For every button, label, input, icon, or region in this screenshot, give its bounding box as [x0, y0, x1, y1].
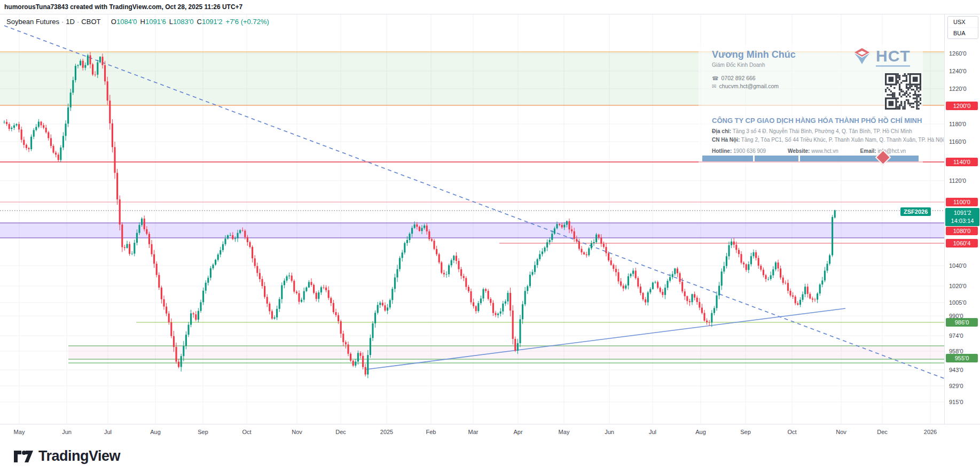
price-level-badge: 1100'0 — [946, 198, 978, 206]
time-axis-label: Mar — [468, 429, 479, 435]
company-name: CÔNG TY CP GIAO DỊCH HÀNG HÓA THÀNH PHỐ … — [712, 117, 922, 125]
price-tick: 1220'0 — [949, 86, 967, 92]
tradingview-logo[interactable]: TradingView — [14, 448, 120, 465]
price-tick: 1120'0 — [949, 177, 966, 184]
time-axis-label: Jun — [605, 429, 614, 435]
legend-separator: · — [59, 18, 66, 26]
low-value: 1083'0 — [173, 18, 194, 26]
tradingview-logo-icon — [14, 451, 33, 462]
time-axis-label: Nov — [836, 429, 846, 435]
price-level-badge: 1080'0 — [946, 227, 978, 235]
price-level-badge: 1200'0 — [946, 102, 978, 110]
price-tick: 1005'0 — [949, 299, 967, 306]
company-contacts: Hotline: 1900 636 909 Website: www.hct.v… — [712, 148, 906, 154]
last-price-value: 1091'2 — [945, 209, 979, 217]
unit-usx-button[interactable]: USX — [948, 17, 978, 27]
attribution-bar: humorousTuna73843 created with TradingVi… — [0, 0, 980, 14]
contract-badge: ZSF2026 — [900, 207, 931, 216]
legend-separator: · — [75, 18, 81, 26]
contact-email-row: ✉chucvm.hct@gmail.com — [712, 83, 779, 89]
time-axis-label: 2025 — [380, 429, 393, 435]
time-axis-label: Aug — [150, 429, 161, 435]
price-tick: 1240'0 — [949, 68, 967, 74]
ohlc-values: O1084'0H1091'6L1083'0C1091'2+7'6 (+0.72%… — [108, 18, 269, 26]
contact-phone-row: ☎0702 892 666 — [712, 75, 756, 81]
email-icon: ✉ — [712, 83, 716, 89]
price-tick: 974'0 — [949, 332, 963, 339]
price-tick: 915'0 — [949, 399, 963, 405]
price-level-badge: 986'0 — [946, 318, 978, 327]
time-axis-label: Sep — [740, 429, 751, 435]
time-axis-label: Jul — [104, 429, 112, 435]
time-axis-label: May — [14, 429, 25, 435]
high-value: 1091'6 — [145, 18, 166, 26]
open-value: 1084'0 — [116, 18, 137, 26]
close-value: 1091'2 — [202, 18, 223, 26]
time-axis[interactable]: MayJunJulAugSepOctNovDec2025FebMarAprMay… — [0, 424, 980, 443]
price-unit-buttons: USX BUA — [947, 16, 978, 39]
broker-contact-card: Vương Minh Chúc Giám Đốc Kinh Doanh ☎070… — [699, 45, 923, 166]
contact-role: Giám Đốc Kinh Doanh — [712, 62, 765, 68]
website-value: www.hct.vn — [811, 148, 838, 154]
hct-logo-text: HCT — [876, 48, 911, 64]
tradingview-chart-page: { "attribution": "humorousTuna73843 crea… — [0, 0, 980, 472]
hct-logo: HCT — [851, 48, 911, 66]
symbol-name[interactable]: Soybean Futures — [6, 18, 59, 26]
unit-bua-button[interactable]: BUA — [948, 27, 978, 38]
last-price-badge: 1091'214:03:14 — [945, 208, 979, 226]
interval-label[interactable]: 1D — [66, 18, 75, 26]
price-tick: 943'0 — [949, 367, 963, 373]
time-axis-label: Sep — [198, 429, 208, 435]
price-level-badge: 1140'0 — [946, 158, 978, 166]
time-axis-label: Nov — [292, 429, 302, 435]
time-axis-label: Jul — [649, 429, 656, 435]
exchange-label[interactable]: CBOT — [81, 18, 100, 26]
contact-phone: 0702 892 666 — [721, 75, 755, 81]
time-axis-label: Dec — [877, 429, 888, 435]
time-axis-label: May — [559, 429, 570, 435]
time-axis-label: Aug — [695, 429, 706, 435]
price-tick: 1180'0 — [949, 121, 966, 127]
contact-name: Vương Minh Chúc — [712, 49, 796, 60]
qr-code — [885, 73, 921, 110]
time-axis-label: Dec — [335, 429, 346, 435]
phone-icon: ☎ — [712, 75, 718, 81]
company-address: Địa chỉ: Tầng 3 số 4 Đ. Nguyễn Thái Bình… — [712, 128, 912, 134]
tradingview-logo-text: TradingView — [38, 448, 120, 465]
price-tick: 1260'0 — [949, 50, 967, 57]
price-tick: 929'0 — [949, 383, 963, 389]
attribution-text: humorousTuna73843 created with TradingVi… — [4, 3, 242, 11]
time-axis-label: Oct — [787, 429, 796, 435]
price-tick: 1020'0 — [949, 283, 967, 289]
change-value: +7'6 (+0.72%) — [226, 18, 269, 26]
hct-logo-icon — [851, 48, 873, 66]
time-axis-label: 2026 — [924, 429, 937, 435]
price-tick: 1160'0 — [949, 138, 966, 145]
price-level-badge: 1060'4 — [946, 239, 978, 247]
time-axis-label: Jun — [62, 429, 72, 435]
time-axis-label: Oct — [242, 429, 251, 435]
price-axis[interactable]: USX BUA 1260'01240'01220'01180'01160'011… — [944, 14, 980, 424]
last-price-countdown: 14:03:14 — [945, 217, 979, 225]
time-axis-label: Apr — [513, 429, 522, 435]
company-branch: CN Hà Nội: Tầng 2, Tòa PC1, Số 44 Triều … — [712, 137, 944, 143]
hotline-value: 1900 636 909 — [733, 148, 766, 154]
contact-email: chucvm.hct@gmail.com — [719, 83, 779, 89]
time-axis-label: Feb — [426, 429, 436, 435]
symbol-legend[interactable]: Soybean Futures·1D·CBOT O1084'0H1091'6L1… — [6, 18, 269, 26]
hct-logo-tagline — [876, 65, 910, 67]
price-tick: 1040'0 — [949, 262, 967, 269]
price-level-badge: 955'0 — [946, 354, 978, 362]
footer: TradingView — [0, 443, 980, 472]
